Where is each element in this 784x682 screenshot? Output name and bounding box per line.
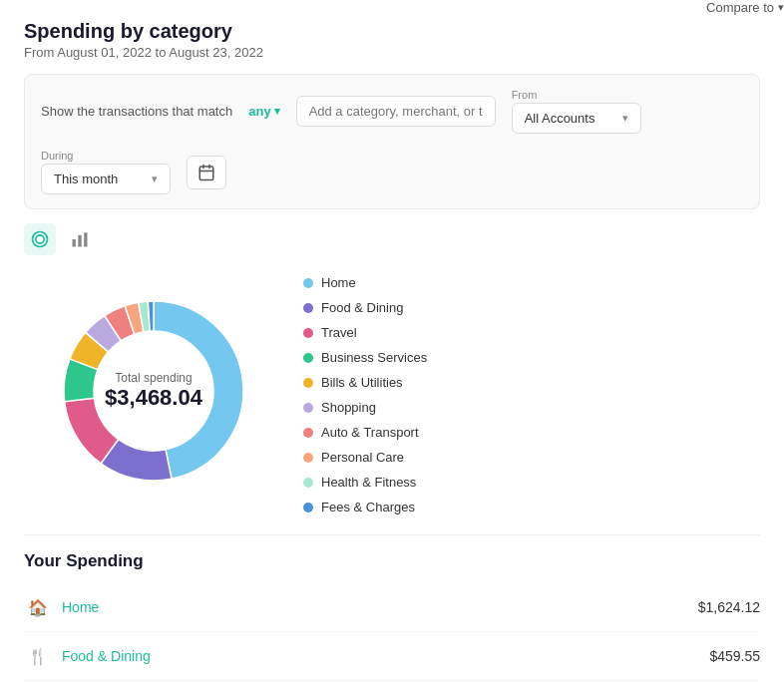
legend-label: Travel (321, 325, 357, 340)
filter-during-label: During (41, 150, 171, 162)
filter-bar: Show the transactions that match any Fro… (24, 74, 760, 209)
legend-item: Bills & Utilities (303, 375, 760, 390)
legend-label: Auto & Transport (321, 425, 419, 440)
filter-input[interactable] (296, 96, 496, 127)
table-row: 🍴 Food & Dining $459.55 (24, 632, 760, 681)
spending-amount: $1,624.12 (698, 599, 760, 615)
spending-category-icon: 🏠 (24, 593, 52, 621)
legend-dot (303, 503, 313, 512)
spending-category-name[interactable]: Home (62, 599, 698, 615)
donut-center-label: Total spending (105, 371, 202, 385)
donut-chart-button[interactable] (24, 223, 56, 255)
svg-rect-7 (78, 235, 81, 247)
filter-show-label: Show the transactions that match (41, 104, 232, 119)
spending-category-icon: 🍴 (24, 642, 52, 670)
filter-during-group: During This month ▾ (41, 150, 171, 194)
spending-category-name[interactable]: Food & Dining (62, 648, 709, 664)
legend-item: Food & Dining (303, 300, 760, 315)
legend-item: Travel (303, 325, 760, 340)
page-subtitle: From August 01, 2022 to August 23, 2022 (24, 45, 760, 60)
page-header: Spending by category From August 01, 202… (24, 20, 760, 60)
legend-item: Fees & Charges (303, 500, 760, 514)
legend-dot (303, 478, 313, 488)
legend-label: Food & Dining (321, 300, 403, 315)
legend-dot (303, 278, 313, 288)
filter-match-type[interactable]: any (248, 104, 279, 119)
svg-point-5 (36, 235, 44, 243)
legend-dot (303, 328, 313, 338)
legend-item: Auto & Transport (303, 425, 760, 440)
legend-dot (303, 428, 313, 438)
calendar-button[interactable] (187, 156, 226, 189)
page-title: Spending by category (24, 20, 760, 43)
spending-section: Your Spending 🏠 Home $1,624.12 🍴 Food & … (24, 534, 760, 682)
donut-center: Total spending $3,468.04 (105, 371, 202, 411)
svg-rect-8 (84, 232, 87, 246)
legend-dot (303, 303, 313, 313)
filter-from-select[interactable]: All Accounts ▾ (512, 103, 641, 134)
legend-item: Business Services (303, 350, 760, 365)
filter-from-label: From (512, 89, 641, 101)
legend-item: Health & Fitness (303, 475, 760, 490)
table-row: 🏠 Home $1,624.12 (24, 583, 760, 632)
legend-dot (303, 453, 313, 463)
legend-label: Shopping (321, 400, 376, 415)
page-container: Spending by category From August 01, 202… (0, 0, 784, 682)
legend-dot (303, 353, 313, 363)
legend-label: Health & Fitness (321, 475, 416, 490)
donut-chart: Total spending $3,468.04 (44, 281, 263, 501)
spending-list: 🏠 Home $1,624.12 🍴 Food & Dining $459.55… (24, 583, 760, 682)
compare-to-button[interactable]: Compare to (706, 0, 784, 15)
filter-during-select[interactable]: This month ▾ (41, 164, 171, 194)
legend: HomeFood & DiningTravelBusiness Services… (303, 267, 760, 514)
chart-controls (24, 223, 96, 255)
chart-section: Compare to Total spending $3,468.04 Home… (24, 223, 760, 514)
legend-dot (303, 378, 313, 388)
donut-center-value: $3,468.04 (105, 385, 202, 411)
spending-title: Your Spending (24, 551, 760, 571)
svg-rect-0 (199, 167, 213, 180)
legend-item: Home (303, 275, 760, 290)
legend-label: Home (321, 275, 356, 290)
legend-label: Business Services (321, 350, 427, 365)
filter-from-group: From All Accounts ▾ (512, 89, 641, 134)
spending-amount: $459.55 (709, 648, 760, 664)
bar-chart-button[interactable] (64, 223, 96, 255)
chevron-down-icon-2: ▾ (152, 172, 158, 185)
legend-label: Personal Care (321, 450, 404, 465)
legend-label: Fees & Charges (321, 500, 415, 514)
legend-item: Shopping (303, 400, 760, 415)
svg-rect-6 (73, 239, 76, 247)
legend-item: Personal Care (303, 450, 760, 465)
legend-dot (303, 403, 313, 413)
chevron-down-icon: ▾ (622, 112, 628, 125)
chart-and-legend: Total spending $3,468.04 HomeFood & Dini… (24, 267, 760, 514)
legend-label: Bills & Utilities (321, 375, 403, 390)
